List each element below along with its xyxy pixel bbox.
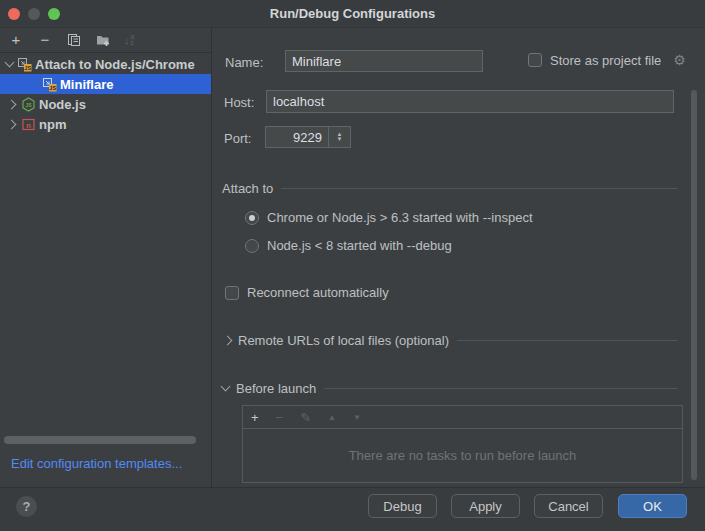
chevron-down-icon — [221, 382, 231, 392]
svg-text:JS: JS — [49, 84, 56, 90]
tree-item-label: Attach to Node.js/Chrome — [35, 57, 195, 72]
copy-icon — [67, 33, 81, 47]
tree-item-miniflare[interactable]: JS Miniflare — [0, 74, 212, 94]
chevron-right-icon — [223, 336, 233, 346]
configurations-sidebar: + − ↓ az — [0, 28, 212, 487]
sort-arrow-icon: ↓ — [124, 34, 130, 46]
reconnect-automatically-option[interactable]: Reconnect automatically — [225, 285, 389, 300]
run-debug-configurations-dialog: Run/Debug Configurations + − — [0, 0, 705, 531]
cancel-button[interactable]: Cancel — [534, 494, 603, 518]
radio-label: Node.js < 8 started with --debug — [267, 238, 452, 253]
attach-option-debug[interactable]: Node.js < 8 started with --debug — [245, 238, 452, 253]
svg-text:n: n — [26, 121, 31, 130]
sidebar-toolbar: + − ↓ az — [0, 28, 211, 53]
new-folder-icon[interactable] — [95, 32, 111, 48]
chevron-right-icon — [7, 99, 17, 109]
remove-task-icon: − — [276, 410, 284, 425]
port-label: Port: — [224, 131, 251, 146]
radio-unselected-icon — [245, 239, 259, 253]
name-label: Name: — [225, 55, 263, 70]
svg-text:JS: JS — [25, 101, 32, 107]
title-bar: Run/Debug Configurations — [0, 0, 705, 28]
section-divider — [324, 388, 677, 389]
attach-to-section-header: Attach to — [222, 181, 677, 196]
form-vertical-scrollbar[interactable] — [691, 90, 697, 480]
edit-configuration-templates-link[interactable]: Edit configuration templates... — [11, 456, 182, 471]
move-up-icon: ▲ — [328, 413, 336, 422]
section-divider — [457, 340, 677, 341]
sidebar-horizontal-scrollbar[interactable] — [4, 436, 196, 444]
folder-plus-icon — [96, 34, 110, 47]
sort-configurations-icon: ↓ az — [124, 34, 134, 46]
add-task-icon[interactable]: + — [251, 410, 259, 425]
chevron-right-icon — [7, 119, 17, 129]
tree-item-label: Node.js — [39, 97, 86, 112]
port-input[interactable] — [265, 126, 329, 148]
host-label: Host: — [224, 95, 254, 110]
dialog-title: Run/Debug Configurations — [0, 0, 705, 28]
dialog-footer: ? Debug Apply Cancel OK — [0, 487, 705, 531]
before-launch-panel: + − ✎ ▲ ▼ There are no tasks to run befo… — [242, 405, 683, 483]
gear-icon[interactable]: ⚙ — [673, 52, 686, 68]
tree-item-label: Miniflare — [60, 77, 113, 92]
store-as-project-file-checkbox[interactable] — [528, 53, 542, 67]
attach-to-title: Attach to — [222, 181, 273, 196]
svg-text:JS: JS — [24, 64, 31, 70]
radio-selected-icon — [245, 211, 259, 225]
debug-button[interactable]: Debug — [368, 494, 437, 518]
ok-button[interactable]: OK — [618, 494, 687, 518]
stepper-down-icon: ▼ — [337, 137, 343, 142]
tree-item-attach-to-node[interactable]: JS Attach to Node.js/Chrome — [0, 54, 212, 74]
move-down-icon: ▼ — [353, 413, 361, 422]
chevron-down-icon — [5, 58, 15, 68]
remove-configuration-icon[interactable]: − — [37, 32, 53, 48]
configuration-form: Name: Store as project file ⚙ Host: Port… — [212, 28, 705, 487]
nodejs-icon: JS — [21, 97, 36, 112]
npm-icon: n — [21, 117, 36, 132]
radio-label: Chrome or Node.js > 6.3 started with --i… — [267, 210, 533, 225]
attach-node-icon: JS — [42, 77, 57, 92]
copy-configuration-icon[interactable] — [66, 32, 82, 48]
tree-item-npm[interactable]: n npm — [0, 114, 212, 134]
apply-button[interactable]: Apply — [451, 494, 520, 518]
before-launch-title: Before launch — [236, 381, 316, 396]
store-as-project-file-label: Store as project file — [550, 53, 661, 68]
reconnect-label: Reconnect automatically — [247, 285, 389, 300]
before-launch-empty-state: There are no tasks to run before launch — [243, 429, 682, 482]
host-input[interactable] — [266, 90, 674, 113]
reconnect-checkbox — [225, 286, 239, 300]
sort-az-letters: az — [131, 34, 135, 46]
before-launch-toolbar: + − ✎ ▲ ▼ — [243, 406, 682, 429]
tree-item-nodejs[interactable]: JS Node.js — [0, 94, 212, 114]
port-stepper[interactable]: ▲ ▼ — [329, 126, 351, 148]
name-input[interactable] — [285, 50, 483, 72]
remote-urls-title: Remote URLs of local files (optional) — [238, 333, 449, 348]
store-as-project-file-option: Store as project file ⚙ — [528, 52, 686, 68]
edit-task-icon: ✎ — [300, 410, 311, 425]
add-configuration-icon[interactable]: + — [8, 32, 24, 48]
attach-option-inspect[interactable]: Chrome or Node.js > 6.3 started with --i… — [245, 210, 533, 225]
before-launch-section-header[interactable]: Before launch — [222, 381, 677, 396]
attach-node-icon: JS — [17, 57, 32, 72]
section-divider — [281, 188, 677, 189]
tree-item-label: npm — [39, 117, 66, 132]
help-icon[interactable]: ? — [16, 496, 37, 517]
remote-urls-section-header[interactable]: Remote URLs of local files (optional) — [224, 333, 677, 348]
port-field: ▲ ▼ — [265, 126, 351, 148]
